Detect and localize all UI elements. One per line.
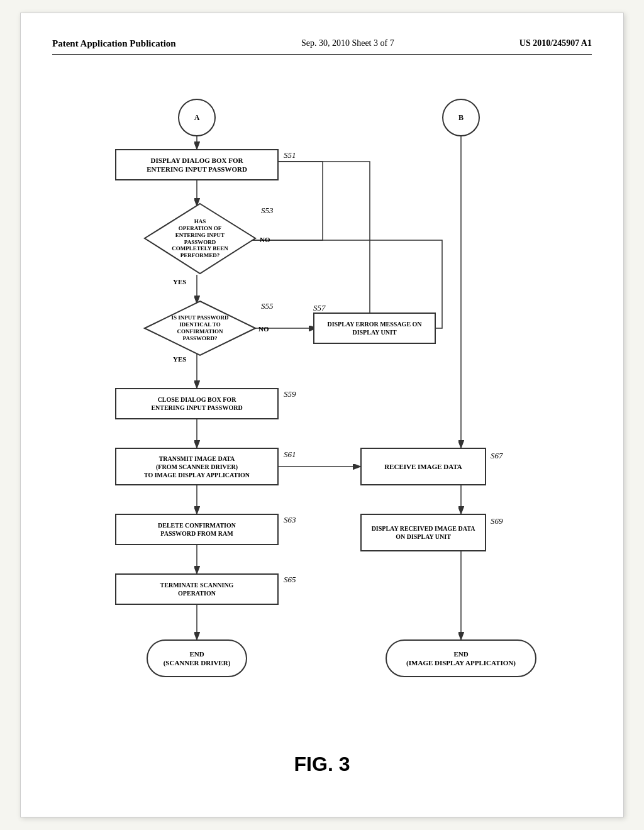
diamond-S53: HASOPERATION OFENTERING INPUT PASSWORDCO… [143, 202, 257, 275]
box-S57: DISPLAY ERROR MESSAGE ONDISPLAY UNIT [313, 313, 436, 344]
yes-label-S55: YES [173, 355, 186, 363]
publication-info: Sep. 30, 2010 Sheet 3 of 7 [301, 38, 394, 48]
box-S65: TERMINATE SCANNINGOPERATION [115, 573, 279, 605]
label-S53: S53 [261, 206, 274, 216]
box-S61: TRANSMIT IMAGE DATA(FROM SCANNER DRIVER)… [115, 448, 279, 485]
box-S63: DELETE CONFIRMATIONPASSWORD FROM RAM [115, 514, 279, 545]
box-S51: DISPLAY DIALOG BOX FOR ENTERING INPUT PA… [115, 149, 279, 180]
end-scanner: END(SCANNER DRIVER) [147, 639, 247, 677]
end-image-app: END(IMAGE DISPLAY APPLICATION) [386, 639, 536, 677]
label-S57: S57 [313, 303, 326, 313]
box-S59: CLOSE DIALOG BOX FORENTERING INPUT PASSW… [115, 388, 279, 419]
no-label-S55: NO [258, 325, 269, 333]
node-A: A [178, 99, 216, 136]
label-S61: S61 [284, 450, 296, 460]
no-label-S53: NO [260, 236, 270, 243]
label-S55: S55 [261, 301, 274, 311]
label-S67: S67 [491, 451, 503, 461]
label-S69: S69 [491, 516, 503, 526]
page: Patent Application Publication Sep. 30, … [20, 13, 624, 817]
box-S67: RECEIVE IMAGE DATA [360, 448, 486, 485]
figure-label: FIG. 3 [52, 753, 592, 776]
publication-title: Patent Application Publication [52, 38, 176, 49]
diamond-S55: IS INPUT PASSWORDIDENTICAL TO CONFIRMATI… [143, 300, 257, 357]
label-S63: S63 [284, 515, 296, 525]
node-B: B [442, 99, 480, 136]
label-S59: S59 [284, 389, 296, 399]
label-S65: S65 [284, 575, 296, 585]
page-header: Patent Application Publication Sep. 30, … [52, 38, 592, 55]
patent-number: US 2010/245907 A1 [519, 38, 592, 48]
box-S69: DISPLAY RECEIVED IMAGE DATAON DISPLAY UN… [360, 514, 486, 551]
flowchart: A B DISPLAY DIALOG BOX FOR ENTERING INPU… [52, 80, 592, 740]
label-S51: S51 [284, 150, 296, 160]
yes-label-S53: YES [173, 278, 186, 285]
